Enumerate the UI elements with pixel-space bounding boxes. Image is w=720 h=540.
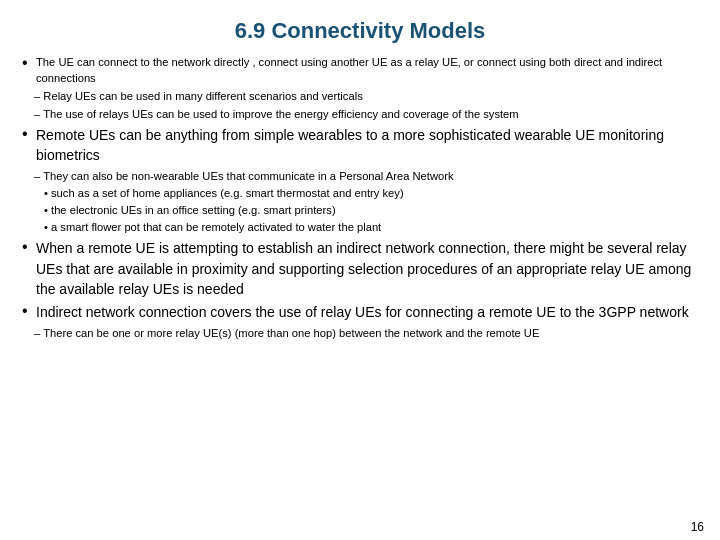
sub-bullet-2-1: – They can also be non-wearable UEs that… [22,168,698,184]
page-number: 16 [691,520,704,534]
sub-bullet-4-1-text: – There can be one or more relay UE(s) (… [34,325,698,341]
bullet-dot-1: • [22,53,36,72]
sub-bullet-1-2: – The use of relays UEs can be used to i… [22,106,698,122]
sub-sub-bullet-2-1-2: • the electronic UEs in an office settin… [22,202,698,218]
sub-sub-bullet-2-1-3: • a smart flower pot that can be remotel… [22,219,698,235]
sub-sub-bullet-2-1-3-text: • a smart flower pot that can be remotel… [44,221,381,233]
sub-bullet-2-1-text: – They can also be non-wearable UEs that… [34,168,698,184]
bullet-4-text: Indirect network connection covers the u… [36,302,698,322]
bullet-1-text: The UE can connect to the network direct… [36,54,698,86]
slide-title: 6.9 Connectivity Models [22,18,698,44]
bullet-4: • Indirect network connection covers the… [22,302,698,322]
sub-bullet-4-1: – There can be one or more relay UE(s) (… [22,325,698,341]
bullet-2-text: Remote UEs can be anything from simple w… [36,125,698,166]
slide: 6.9 Connectivity Models • The UE can con… [0,0,720,540]
bullet-3: • When a remote UE is attempting to esta… [22,238,698,299]
sub-sub-bullet-2-1-2-text: • the electronic UEs in an office settin… [44,204,336,216]
sub-bullet-1-1-text: – Relay UEs can be used in many differen… [34,88,698,104]
slide-content: • The UE can connect to the network dire… [22,54,698,341]
bullet-dot-3: • [22,237,36,256]
sub-sub-bullet-2-1-1-text: • such as a set of home appliances (e.g.… [44,187,404,199]
bullet-dot-2: • [22,124,36,143]
bullet-3-text: When a remote UE is attempting to establ… [36,238,698,299]
sub-sub-bullet-2-1-1: • such as a set of home appliances (e.g.… [22,185,698,201]
bullet-dot-4: • [22,301,36,320]
sub-bullet-1-2-text: – The use of relays UEs can be used to i… [34,106,698,122]
bullet-2: • Remote UEs can be anything from simple… [22,125,698,166]
sub-bullet-1-1: – Relay UEs can be used in many differen… [22,88,698,104]
bullet-1: • The UE can connect to the network dire… [22,54,698,86]
